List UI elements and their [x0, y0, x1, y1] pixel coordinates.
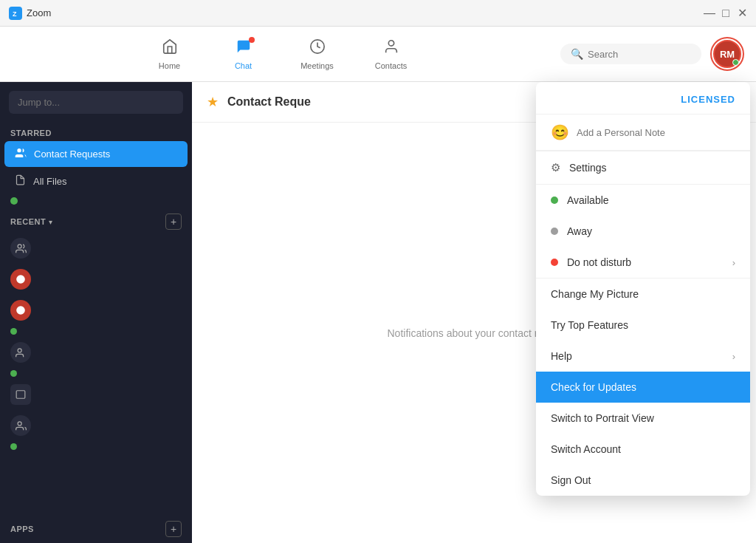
nav-items: Home Chat Meetings Contacts [148, 38, 413, 70]
recent-label: RECENT [10, 217, 46, 226]
switch-portrait-label: Switch to Portrait View [551, 412, 654, 424]
svg-point-7 [16, 306, 25, 315]
apps-label: APPS [10, 525, 34, 533]
sidebar-label-contact-requests: Contact Requests [34, 148, 110, 160]
all-files-icon [15, 174, 26, 188]
try-features-label: Try Top Features [551, 319, 628, 331]
sidebar-item-contact-requests[interactable]: Contact Requests [4, 141, 188, 167]
available-dot [551, 197, 558, 204]
star-icon: ★ [207, 94, 219, 110]
nav-item-chat[interactable]: Chat [221, 38, 266, 70]
dropdown-item-help[interactable]: Help › [536, 341, 750, 372]
apps-section: APPS + [0, 515, 192, 543]
content-title: Contact Reque [227, 95, 311, 109]
svg-point-3 [388, 40, 394, 45]
change-picture-label: Change My Picture [551, 288, 639, 300]
apps-add-button[interactable]: + [165, 521, 182, 537]
check-updates-label: Check for Updates [551, 381, 636, 393]
avatar-online-dot [732, 59, 739, 66]
sidebar-dot-1 [10, 197, 18, 205]
emoji-icon: 😊 [551, 123, 569, 141]
app-logo: Z Zoom [9, 7, 51, 20]
sidebar-dot-3 [10, 370, 17, 377]
svg-rect-9 [16, 391, 25, 399]
help-label: Help [551, 350, 572, 362]
svg-text:Z: Z [13, 10, 17, 18]
dropdown-menu: LICENSED 😊 ⚙ Settings Available Away Do … [536, 82, 750, 496]
window-controls: — □ ✕ [704, 8, 747, 18]
sidebar-dot-2 [10, 328, 17, 335]
recent-item-4[interactable] [0, 337, 192, 368]
recent-icon-5 [10, 384, 31, 405]
away-label: Away [567, 225, 592, 237]
chat-icon [236, 38, 252, 58]
dropdown-item-available[interactable]: Available [536, 185, 750, 216]
starred-label: STARRED [0, 123, 192, 140]
nav-bar: Home Chat Meetings Contacts 🔍 RM [0, 27, 756, 82]
recent-add-button[interactable]: + [165, 214, 182, 230]
contact-requests-icon [15, 147, 27, 161]
jump-to[interactable] [9, 91, 183, 114]
dropdown-item-change-picture[interactable]: Change My Picture [536, 279, 750, 310]
dnd-label: Do not disturb [567, 256, 631, 268]
nav-item-home[interactable]: Home [148, 38, 192, 70]
dnd-dot [551, 259, 558, 266]
dnd-chevron-icon: › [732, 257, 735, 268]
sidebar-dot-4 [10, 443, 17, 450]
close-button[interactable]: ✕ [737, 8, 747, 18]
settings-icon: ⚙ [551, 161, 560, 174]
zoom-icon: Z [9, 7, 22, 20]
sidebar-item-all-files[interactable]: All Files [4, 168, 188, 194]
recent-item-6[interactable] [0, 410, 192, 441]
recent-item-5[interactable] [0, 379, 192, 410]
personal-note-row[interactable]: 😊 [536, 115, 750, 151]
svg-point-10 [18, 421, 21, 425]
recent-item-1[interactable] [0, 233, 192, 264]
dropdown-item-sign-out[interactable]: Sign Out [536, 465, 750, 496]
switch-account-label: Switch Account [551, 443, 621, 455]
search-input[interactable] [588, 49, 691, 60]
licensed-label: LICENSED [551, 94, 735, 105]
svg-point-5 [18, 244, 21, 247]
search-icon: 🔍 [571, 48, 583, 60]
recent-item-3[interactable] [0, 295, 192, 326]
jump-to-input[interactable] [9, 91, 183, 114]
personal-note-input[interactable] [577, 127, 735, 138]
nav-label-home: Home [159, 61, 180, 70]
chat-notification-dot [249, 37, 255, 43]
dropdown-item-dnd[interactable]: Do not disturb › [536, 247, 750, 278]
dropdown-item-switch-account[interactable]: Switch Account [536, 434, 750, 465]
dropdown-item-settings[interactable]: ⚙ Settings [536, 151, 750, 184]
dropdown-header: LICENSED [536, 82, 750, 115]
nav-item-contacts[interactable]: Contacts [369, 38, 413, 70]
app-title: Zoom [27, 7, 51, 18]
recent-chevron-icon: ▾ [49, 218, 52, 226]
recent-item-2[interactable] [0, 264, 192, 295]
empty-message: Notifications about your contact reque [387, 327, 560, 339]
sidebar-label-all-files: All Files [33, 176, 67, 187]
contacts-icon [383, 38, 399, 58]
maximize-button[interactable]: □ [721, 8, 731, 18]
dropdown-item-switch-portrait[interactable]: Switch to Portrait View [536, 403, 750, 434]
avatar-initials: RM [720, 49, 735, 60]
nav-label-meetings: Meetings [300, 61, 334, 70]
dropdown-item-check-updates[interactable]: Check for Updates [536, 372, 750, 403]
svg-point-8 [18, 348, 21, 352]
nav-label-contacts: Contacts [375, 61, 407, 70]
svg-point-4 [17, 148, 21, 152]
avatar-button[interactable]: RM [713, 40, 741, 68]
dropdown-item-try-features[interactable]: Try Top Features [536, 310, 750, 341]
available-label: Available [567, 194, 609, 206]
sidebar-recent-header: RECENT ▾ + [0, 208, 192, 233]
sign-out-label: Sign Out [551, 474, 591, 486]
recent-icon-2 [10, 269, 31, 290]
minimize-button[interactable]: — [704, 8, 715, 18]
dropdown-item-away[interactable]: Away [536, 216, 750, 247]
settings-label: Settings [569, 162, 607, 174]
home-icon [162, 38, 178, 58]
meetings-icon [309, 38, 326, 58]
search-bar[interactable]: 🔍 [560, 44, 701, 64]
nav-item-meetings[interactable]: Meetings [295, 38, 340, 70]
recent-icon-1 [10, 238, 31, 259]
recent-icon-3 [10, 300, 31, 321]
